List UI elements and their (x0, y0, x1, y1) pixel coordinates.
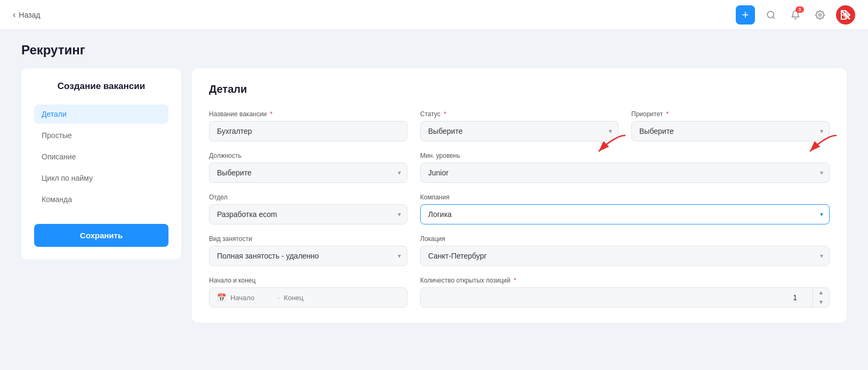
employment-select-wrapper: Полная занятость - удаленно ▾ (209, 246, 407, 266)
notification-badge: 3 (795, 6, 804, 13)
settings-button[interactable] (811, 6, 829, 23)
department-select[interactable]: Разработка ecom (209, 204, 407, 224)
back-label: Назад (19, 11, 40, 19)
sidebar-item-description[interactable]: Описание (34, 147, 168, 166)
add-button[interactable]: + (736, 5, 755, 25)
increment-button[interactable]: ▲ (813, 288, 829, 297)
vacancy-name-input[interactable] (209, 121, 407, 141)
open-positions-field: Количество открытых позиций * ▲ ▼ (420, 277, 830, 308)
priority-select-wrapper: Выберите ▾ (631, 121, 830, 141)
details-section-title: Детали (209, 83, 830, 95)
date-end-input[interactable] (284, 294, 326, 302)
sidebar-item-team[interactable]: Команда (34, 190, 168, 209)
chevron-left-icon: ‹ (13, 10, 15, 20)
date-start-input[interactable] (230, 294, 273, 302)
min-level-field: Мин. уровень Junior ▾ (420, 152, 830, 183)
status-select[interactable]: Выберите (420, 121, 618, 141)
position-select-wrapper: Выберите ▾ (209, 163, 407, 183)
brand-logo (836, 5, 855, 25)
sidebar-item-simple[interactable]: Простые (34, 126, 168, 145)
priority-label: Приоритет * (631, 110, 830, 118)
company-select-wrapper: Логика ▾ (420, 204, 830, 224)
sidebar-item-hire-cycle[interactable]: Цикл по найму (34, 168, 168, 188)
svg-point-2 (819, 13, 822, 16)
save-button[interactable]: Сохранить (34, 224, 168, 247)
position-select[interactable]: Выберите (209, 163, 407, 183)
location-select-wrapper: Санкт-Петербург ▾ (420, 246, 830, 266)
priority-select[interactable]: Выберите (631, 121, 830, 141)
date-separator: - (277, 294, 279, 302)
status-label: Статус * (420, 110, 618, 118)
company-field: Компания Логика ▾ (420, 194, 830, 224)
sidebar-title: Создание вакансии (34, 81, 168, 92)
position-label: Должность (209, 152, 407, 159)
dates-label: Начало и конец (209, 277, 407, 284)
number-spinners: ▲ ▼ (813, 288, 829, 307)
form-grid: Название вакансии * Статус * Выберите (209, 110, 830, 308)
search-button[interactable] (762, 6, 779, 23)
main-content: Рекрутинг Создание вакансии Детали Прост… (0, 30, 868, 335)
open-positions-label: Количество открытых позиций * (420, 277, 830, 284)
notification-button[interactable]: 3 (787, 6, 804, 23)
employment-field: Вид занятости Полная занятость - удаленн… (209, 235, 407, 266)
min-level-select[interactable]: Junior (420, 163, 830, 183)
back-button[interactable]: ‹ Назад (13, 10, 40, 20)
vacancy-name-label: Название вакансии * (209, 110, 407, 118)
status-field: Статус * Выберите ▾ (420, 110, 618, 141)
page-title: Рекрутинг (21, 43, 847, 58)
sidebar-card: Создание вакансии Детали Простые Описани… (21, 68, 181, 260)
dates-field: Начало и конец 📅 - (209, 277, 407, 308)
department-label: Отдел (209, 194, 407, 201)
decrement-button[interactable]: ▼ (813, 297, 829, 307)
calendar-icon: 📅 (217, 293, 226, 302)
plus-icon: + (742, 9, 749, 21)
company-label: Компания (420, 194, 830, 201)
nav-actions: + 3 (736, 5, 855, 25)
sidebar-item-details[interactable]: Детали (34, 104, 168, 124)
open-positions-input[interactable] (421, 288, 813, 307)
sidebar-navigation: Детали Простые Описание Цикл по найму Ко… (34, 104, 168, 209)
min-level-select-wrapper: Junior ▾ (420, 163, 830, 183)
department-field: Отдел Разработка ecom ▾ (209, 194, 407, 224)
priority-field: Приоритет * Выберите ▾ (631, 110, 830, 141)
open-positions-wrapper: ▲ ▼ (420, 287, 830, 308)
position-field: Должность Выберите ▾ (209, 152, 407, 183)
details-card: Детали Название вакансии * Статус * (192, 68, 847, 323)
employment-label: Вид занятости (209, 235, 407, 243)
location-label: Локация (420, 235, 830, 243)
page-layout: Создание вакансии Детали Простые Описани… (21, 68, 847, 323)
location-select[interactable]: Санкт-Петербург (420, 246, 830, 266)
vacancy-name-field: Название вакансии * (209, 110, 407, 141)
date-range-wrapper: 📅 - (209, 287, 407, 308)
svg-line-1 (773, 17, 774, 18)
min-level-label: Мин. уровень (420, 152, 830, 159)
location-field: Локация Санкт-Петербург ▾ (420, 235, 830, 266)
status-select-wrapper: Выберите ▾ (420, 121, 618, 141)
employment-select[interactable]: Полная занятость - удаленно (209, 246, 407, 266)
company-select[interactable]: Логика (420, 204, 830, 224)
top-navigation: ‹ Назад + 3 (0, 0, 868, 30)
department-select-wrapper: Разработка ecom ▾ (209, 204, 407, 224)
